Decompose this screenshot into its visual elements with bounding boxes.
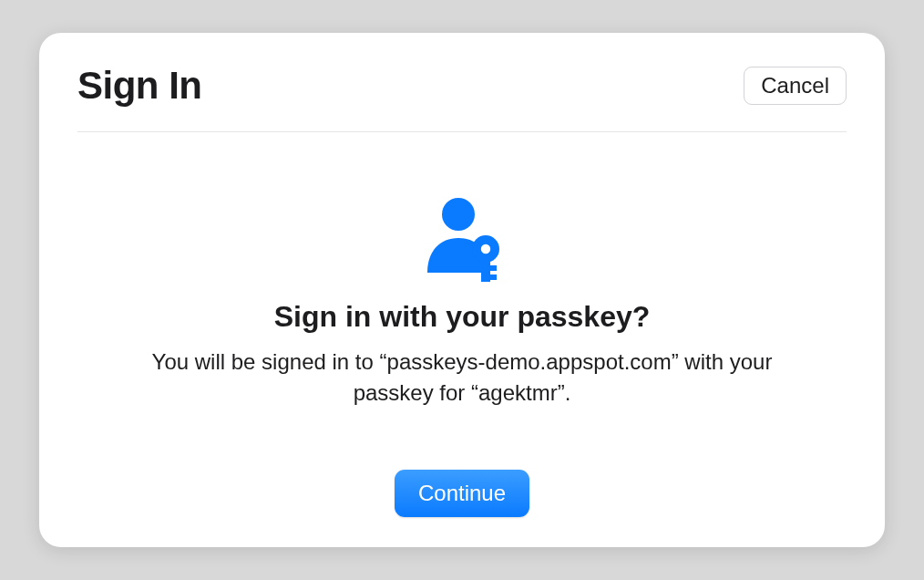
dialog-title: Sign In: [77, 64, 202, 108]
sign-in-dialog: Sign In Cancel Sign in with your passkey…: [39, 33, 885, 547]
continue-button[interactable]: Continue: [395, 470, 529, 517]
prompt-description: You will be signed in to “passkeys-demo.…: [116, 347, 808, 408]
cancel-button[interactable]: Cancel: [744, 67, 847, 105]
dialog-header: Sign In Cancel: [77, 64, 847, 132]
user-passkey-icon: [413, 187, 511, 289]
svg-point-2: [481, 244, 490, 254]
prompt-title: Sign in with your passkey?: [274, 300, 651, 334]
svg-rect-4: [490, 265, 497, 271]
svg-rect-3: [481, 260, 490, 282]
svg-rect-5: [490, 274, 497, 280]
dialog-body: Sign in with your passkey? You will be s…: [77, 132, 847, 520]
svg-point-0: [442, 198, 475, 231]
